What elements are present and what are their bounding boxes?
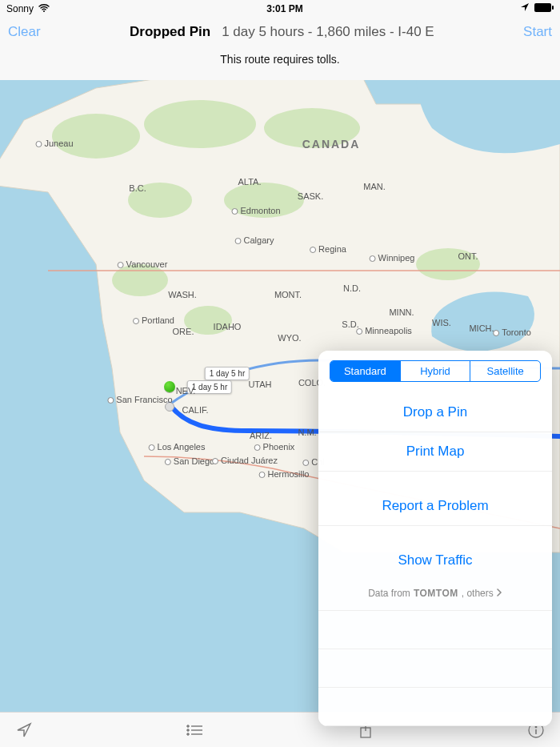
label-edmonton: Edmonton xyxy=(231,206,280,215)
label-utah: UTAH xyxy=(248,380,271,389)
show-traffic-button[interactable]: Show Traffic xyxy=(318,541,552,580)
seg-hybrid[interactable]: Hybrid xyxy=(400,361,470,381)
label-wis: WIS. xyxy=(432,318,451,327)
label-juneau: Juneau xyxy=(35,139,73,148)
chevron-right-icon xyxy=(497,588,502,599)
label-mont: MONT. xyxy=(274,290,302,299)
label-sf: San Francisco xyxy=(107,395,172,404)
label-wyo: WYO. xyxy=(278,333,301,343)
route-tooltip-a[interactable]: 1 day 5 hr xyxy=(205,367,250,380)
drop-pin-button[interactable]: Drop a Pin xyxy=(318,393,552,432)
svg-rect-2 xyxy=(552,6,554,10)
label-regina: Regina xyxy=(310,244,346,254)
title-destination: Dropped Pin xyxy=(130,24,210,40)
label-phoenix: Phoenix xyxy=(254,442,295,452)
toll-notice: This route requires tolls. xyxy=(0,53,560,66)
label-vancouver: Vancouver xyxy=(118,259,168,269)
svg-point-4 xyxy=(144,100,256,148)
clock: 3:01 PM xyxy=(266,3,302,14)
nav-bar: Clear Dropped Pin 1 day 5 hours - 1,860 … xyxy=(0,16,560,48)
label-nd: N.D. xyxy=(343,283,361,293)
battery-icon xyxy=(534,3,554,14)
svg-rect-1 xyxy=(534,3,551,12)
label-mich: MICH. xyxy=(469,323,494,333)
section-gap xyxy=(318,471,552,487)
label-sask: SASK. xyxy=(298,191,323,201)
section-gap xyxy=(318,525,552,541)
title-summary: 1 day 5 hours - 1,860 miles - I-40 E xyxy=(222,24,434,40)
label-ariz: ARIZ. xyxy=(250,431,272,440)
data-attribution[interactable]: Data from TOMTOM , others xyxy=(318,580,552,610)
label-ont: ONT. xyxy=(458,251,478,261)
directions-list-button[interactable] xyxy=(185,721,204,740)
report-problem-button[interactable]: Report a Problem xyxy=(318,487,552,525)
label-sd-city: San Diego xyxy=(165,456,214,466)
label-minn: MINN. xyxy=(389,307,414,317)
attr-prefix: Data from xyxy=(368,588,410,599)
empty-rows xyxy=(318,610,552,726)
seg-satellite[interactable]: Satellite xyxy=(470,361,540,381)
label-alta: ALTA. xyxy=(238,177,262,187)
start-pin-icon xyxy=(164,381,175,392)
svg-point-11 xyxy=(187,725,190,727)
label-idaho: IDAHO xyxy=(214,322,242,331)
status-bar: Sonny 3:01 PM xyxy=(0,0,560,16)
map-type-segmented: Standard Hybrid Satellite xyxy=(330,360,541,382)
svg-point-0 xyxy=(43,10,45,12)
attr-brand: TOMTOM xyxy=(414,588,458,599)
svg-point-6 xyxy=(112,264,168,296)
label-calgary: Calgary xyxy=(235,235,274,245)
carrier-label: Sonny xyxy=(6,3,34,14)
label-calif: CALIF. xyxy=(182,405,208,415)
label-portland: Portland xyxy=(133,315,174,325)
location-services-icon xyxy=(520,2,530,14)
label-ore: ORE. xyxy=(173,327,194,336)
wifi-icon xyxy=(38,3,50,14)
label-winnipeg: Winnipeg xyxy=(370,253,415,263)
attr-suffix: , others xyxy=(462,588,494,599)
map-options-popover: Standard Hybrid Satellite Drop a Pin Pri… xyxy=(318,351,552,726)
label-nev: NEV. xyxy=(176,386,196,396)
svg-point-3 xyxy=(52,114,140,159)
label-la: Los Angeles xyxy=(149,442,206,452)
print-map-button[interactable]: Print Map xyxy=(318,432,552,471)
route-title: Dropped Pin 1 day 5 hours - 1,860 miles … xyxy=(130,24,434,40)
locate-me-button[interactable] xyxy=(14,721,34,740)
label-man: MAN. xyxy=(363,182,386,191)
label-canada: CANADA xyxy=(302,138,361,151)
label-minneapolis: Minneapolis xyxy=(356,326,412,335)
svg-point-13 xyxy=(187,729,190,731)
label-ciudad: Ciudad Juárez xyxy=(212,456,278,465)
label-nm: N.M. xyxy=(298,428,316,437)
svg-point-15 xyxy=(187,733,190,735)
label-toronto: Toronto xyxy=(493,327,531,337)
clear-button[interactable]: Clear xyxy=(8,24,41,40)
seg-standard[interactable]: Standard xyxy=(330,361,400,381)
start-button[interactable]: Start xyxy=(523,24,552,40)
label-bc: B.C. xyxy=(129,183,146,193)
label-hermosillo: Hermosillo xyxy=(259,469,310,479)
label-wash: WASH. xyxy=(168,290,197,299)
